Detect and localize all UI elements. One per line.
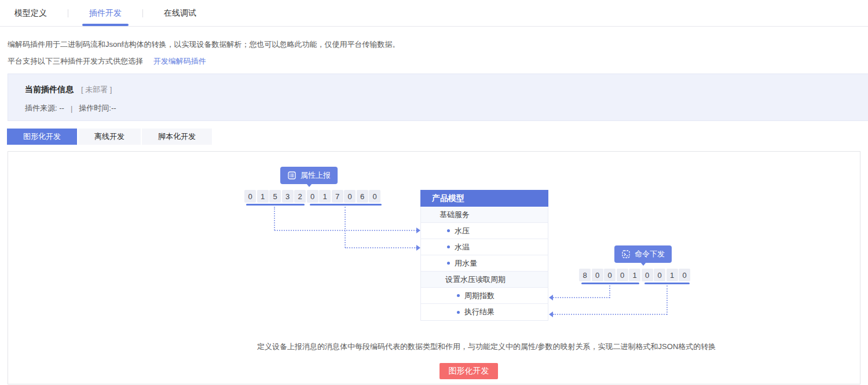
dev-mode-tabs: 图形化开发离线开发脚本化开发 xyxy=(7,129,868,145)
product-model-rows: 基础服务水压水温用水量设置水压读取周期周期指数执行结果 xyxy=(421,207,548,320)
bullet-icon xyxy=(447,262,450,265)
tab-separator xyxy=(142,9,143,17)
hex-digit-cell: 2 xyxy=(294,190,306,203)
hex-digit-cell: 0 xyxy=(654,269,665,281)
tab-separator xyxy=(68,9,68,17)
tab-online-debug[interactable]: 在线调试 xyxy=(157,0,203,27)
mapping-connector xyxy=(609,285,610,298)
mapping-connector xyxy=(274,230,417,231)
product-model-row: 用水量 xyxy=(421,255,548,272)
product-model-row-label: 用水量 xyxy=(455,258,477,269)
bullet-icon xyxy=(447,245,450,248)
page-description-1: 编解码插件用于二进制码流和Json结构体的转换，以实现设备数据解析；您也可以忽略… xyxy=(8,41,868,49)
product-model-table: 产品模型 基础服务水压水温用水量设置水压读取周期周期指数执行结果 xyxy=(420,190,548,321)
diagram-panel: 属性上报 01532017060 产品模型 基础服务水压水温用水量设置水压读取周… xyxy=(8,151,860,384)
byte-segment-underline xyxy=(246,204,305,206)
hex-digit-cell: 0 xyxy=(307,190,318,203)
command-delivery-label: 命令下发 xyxy=(635,249,665,259)
hex-digit-cell: 6 xyxy=(357,190,368,203)
hex-digit-cell: 0 xyxy=(369,190,380,203)
plugin-status-badge: [ 未部署 ] xyxy=(81,85,112,95)
hex-digit-cell: 7 xyxy=(332,190,343,203)
tab-graphical-development[interactable]: 图形化开发 xyxy=(7,129,77,145)
plugin-info-box: 当前插件信息 [ 未部署 ] 插件来源: -- | 操作时间:-- xyxy=(8,74,868,121)
product-model-row: 设置水压读取周期 xyxy=(421,272,548,288)
arrow-left-icon xyxy=(549,295,553,300)
plugin-info-meta: 插件来源: -- | 操作时间:-- xyxy=(25,103,868,113)
graphical-development-button[interactable]: 图形化开发 xyxy=(440,363,498,379)
product-model-row: 执行结果 xyxy=(421,304,548,320)
hex-digit-cell: 0 xyxy=(604,269,616,281)
product-model-row-label: 水压 xyxy=(455,226,470,236)
develop-codec-plugin-link[interactable]: 开发编解码插件 xyxy=(153,57,206,65)
hex-digit-cell: 3 xyxy=(282,190,294,203)
product-model-row-label: 水温 xyxy=(455,242,470,252)
byte-segment-underline xyxy=(581,283,639,284)
bullet-icon xyxy=(457,294,460,297)
hex-digit-cell: 0 xyxy=(617,269,628,281)
product-model-row: 基础服务 xyxy=(421,207,548,223)
byte-segment-underline xyxy=(310,204,382,206)
command-delivery-badge: 命令下发 xyxy=(614,245,672,263)
mapping-connector xyxy=(274,207,275,230)
product-model-row: 水温 xyxy=(421,239,548,255)
dev-methods-text: 平台支持以下三种插件开发方式供您选择 xyxy=(8,57,143,65)
diagram-caption: 定义设备上报消息的消息体中每段编码代表的数据类型和作用，与功能定义中的属性/参数… xyxy=(257,342,686,352)
arrow-left-icon xyxy=(549,311,553,317)
tab-script-development[interactable]: 脚本化开发 xyxy=(142,129,212,145)
property-report-label: 属性上报 xyxy=(301,170,331,181)
hex-digit-cell: 0 xyxy=(679,269,690,281)
product-model-row-label: 基础服务 xyxy=(440,210,470,220)
bullet-icon xyxy=(457,311,460,314)
tab-model-definition[interactable]: 模型定义 xyxy=(8,0,54,27)
mapping-connector xyxy=(666,285,668,315)
hex-digit-cell: 0 xyxy=(244,190,256,203)
plugin-operation-time: 操作时间:-- xyxy=(79,103,116,113)
hex-digit-cell: 0 xyxy=(344,190,356,203)
page-tabs: 模型定义插件开发在线调试 xyxy=(0,0,868,27)
plugin-info-title: 当前插件信息 xyxy=(25,85,74,95)
bullet-icon xyxy=(447,229,450,232)
hex-digit-cell: 0 xyxy=(592,269,603,281)
meta-divider: | xyxy=(71,104,72,113)
hex-digit-cell: 1 xyxy=(629,269,640,281)
command-terminal-icon xyxy=(621,250,631,259)
command-hex-row: 800010010 xyxy=(579,269,690,281)
property-report-badge: 属性上报 xyxy=(280,167,338,184)
mapping-connector xyxy=(345,247,417,248)
tab-offline-development[interactable]: 离线开发 xyxy=(78,129,141,145)
page-description-2: 平台支持以下三种插件开发方式供您选择 开发编解码插件 xyxy=(8,57,868,65)
plugin-source: 插件来源: -- xyxy=(25,103,64,113)
mapping-connector xyxy=(553,297,610,298)
arrow-right-icon xyxy=(416,228,420,233)
byte-segment-underline xyxy=(644,283,690,284)
plugin-info-title-row: 当前插件信息 [ 未部署 ] xyxy=(25,85,868,95)
product-model-row: 水压 xyxy=(421,223,548,239)
report-hex-row: 01532017060 xyxy=(244,190,380,203)
product-model-row: 周期指数 xyxy=(421,288,548,304)
list-icon xyxy=(287,171,296,180)
hex-digit-cell: 8 xyxy=(579,269,591,281)
hex-digit-cell: 5 xyxy=(269,190,281,203)
tab-plugin-development[interactable]: 插件开发 xyxy=(82,0,129,27)
hex-digit-cell: 1 xyxy=(257,190,269,203)
product-model-header: 产品模型 xyxy=(420,190,548,207)
hex-digit-cell: 0 xyxy=(642,269,653,281)
mapping-connector xyxy=(345,207,346,248)
product-model-row-label: 设置水压读取周期 xyxy=(445,274,506,285)
product-model-row-label: 周期指数 xyxy=(464,291,495,301)
arrow-right-icon xyxy=(416,245,420,251)
hex-digit-cell: 1 xyxy=(666,269,678,281)
mapping-connector xyxy=(553,314,667,315)
hex-digit-cell: 1 xyxy=(319,190,331,203)
product-model-row-label: 执行结果 xyxy=(464,307,495,317)
